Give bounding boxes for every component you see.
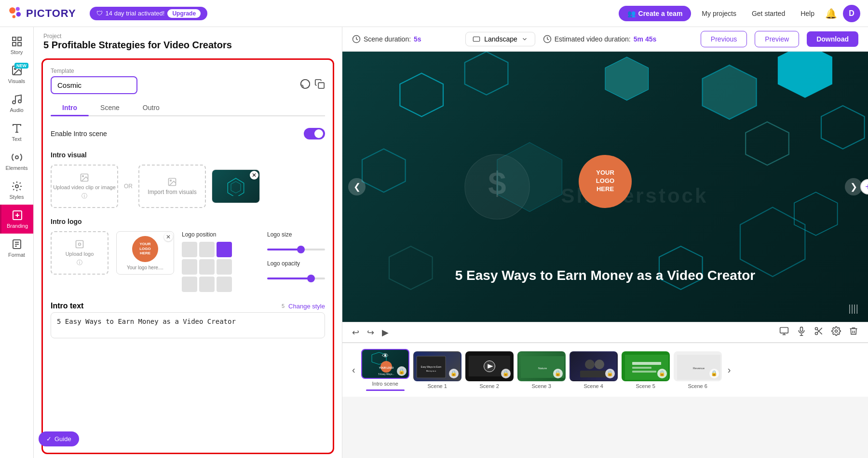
- intro-visual-row: Upload video clip or image ⓘ OR Import f…: [51, 165, 325, 208]
- play-button[interactable]: ▶: [382, 327, 389, 338]
- upgrade-button[interactable]: Upgrade: [167, 9, 201, 18]
- tab-outro[interactable]: Outro: [131, 100, 171, 115]
- orientation-label: Landscape: [484, 35, 517, 43]
- sidebar-item-story[interactable]: Story: [0, 31, 33, 60]
- logo-remove-button[interactable]: ✕: [164, 233, 173, 241]
- upload-visual-box[interactable]: Upload video clip or image ⓘ: [51, 165, 118, 208]
- next-scene-arrow[interactable]: ❯: [845, 178, 862, 195]
- logo-orange-circle: YOURLOGOHERE: [132, 236, 158, 262]
- pictory-logo-icon: [8, 6, 23, 21]
- redo-button[interactable]: ↪: [367, 327, 374, 338]
- sidebar-text-label: Text: [12, 136, 21, 142]
- left-panel: Project 5 Profitable Strategies for Vide…: [34, 27, 342, 458]
- scene-duration-label: Scene duration:: [364, 35, 411, 43]
- undo-button[interactable]: ↩: [352, 327, 359, 338]
- preview-button[interactable]: Preview: [755, 31, 799, 47]
- template-row: [51, 76, 325, 94]
- svg-rect-29: [76, 240, 83, 248]
- mic-icon-button[interactable]: [797, 326, 806, 338]
- sidebar-item-branding[interactable]: Branding: [0, 205, 33, 234]
- orientation-button[interactable]: Landscape: [465, 32, 535, 46]
- scene-item-intro[interactable]: 👁 YOUR LOGO 5 Easy Ways... 🔒 Intro scene: [361, 349, 409, 391]
- palette-icon-button[interactable]: [300, 79, 311, 92]
- or-separator: OR: [124, 183, 133, 190]
- my-projects-link[interactable]: My projects: [702, 10, 736, 17]
- landscape-icon: [473, 35, 480, 43]
- tab-scene[interactable]: Scene: [89, 100, 131, 115]
- notification-icon[interactable]: 🔔: [825, 8, 837, 19]
- logo-opacity-slider-container: [267, 271, 325, 283]
- svg-rect-49: [780, 328, 788, 333]
- scene-item-3[interactable]: Nature 🔒 Scene 3: [517, 351, 566, 389]
- svg-point-24: [82, 175, 84, 177]
- grid-cell-mr[interactable]: [217, 259, 232, 275]
- grid-cell-bl[interactable]: [182, 277, 197, 292]
- grid-cell-tc[interactable]: [199, 242, 215, 257]
- video-preview-container: $ Shutterstock YOURLOGOHERE 5 Easy Ways …: [342, 52, 868, 458]
- grid-cell-mc[interactable]: [199, 259, 215, 275]
- scissors-icon-button[interactable]: [814, 326, 824, 338]
- scene-thumb-6: Revenue 🔒: [674, 351, 722, 381]
- change-style-link[interactable]: Change style: [288, 303, 325, 310]
- get-started-link[interactable]: Get started: [752, 10, 785, 17]
- template-input[interactable]: [51, 76, 137, 94]
- sidebar-item-audio[interactable]: Audio: [0, 89, 33, 118]
- settings-icon-button[interactable]: [831, 326, 841, 338]
- svg-rect-75: [580, 371, 609, 377]
- prev-scene-arrow[interactable]: ❮: [348, 178, 366, 195]
- sidebar: Story NEW Visuals Audio: [0, 27, 34, 458]
- grid-cell-ml[interactable]: [182, 259, 197, 275]
- scene-strip-next[interactable]: ›: [726, 364, 733, 375]
- svg-point-11: [18, 100, 21, 103]
- logo-size-slider[interactable]: [267, 249, 325, 250]
- upload-logo-box[interactable]: Upload logo ⓘ: [51, 231, 108, 275]
- branding-icon: [12, 209, 23, 221]
- scene-item-5[interactable]: 🔒 Scene 5: [622, 351, 670, 389]
- grid-cell-br[interactable]: [217, 277, 232, 292]
- intro-text-input[interactable]: 5 Easy Ways to Earn Money as a Video Cre…: [51, 312, 325, 338]
- scene-strip-prev[interactable]: ‹: [350, 364, 357, 375]
- scene-overlay-icon-1: 🔒: [449, 369, 459, 378]
- intro-text-label: Intro text: [51, 302, 83, 310]
- scene-item-4[interactable]: 🔒 Scene 4: [570, 351, 618, 389]
- scene-item-2[interactable]: 🔒 Scene 2: [465, 351, 514, 389]
- text-icon: [11, 123, 23, 134]
- tab-intro[interactable]: Intro: [51, 100, 89, 115]
- sidebar-item-format[interactable]: Format: [0, 234, 33, 263]
- scene-item-1[interactable]: Easy Ways to Earn Money as a 🔒 Scene 1: [413, 351, 461, 389]
- sidebar-visuals-label: Visuals: [8, 78, 25, 84]
- enable-intro-toggle[interactable]: [304, 128, 325, 139]
- trash-icon-button[interactable]: [849, 326, 858, 338]
- grid-cell-tr[interactable]: [217, 242, 232, 257]
- copy-icon-button[interactable]: [314, 79, 325, 92]
- navbar: PICTORY 🛡 14 day trial activated! Upgrad…: [0, 0, 868, 27]
- import-visual-box[interactable]: Import from visuals: [138, 165, 206, 208]
- create-team-button[interactable]: 👥 Create a team: [619, 6, 692, 21]
- sidebar-item-styles[interactable]: Styles: [0, 176, 33, 205]
- screen-icon-button[interactable]: [779, 326, 789, 338]
- enable-intro-row: Enable Intro scene: [51, 124, 325, 143]
- enable-intro-label: Enable Intro scene: [51, 130, 107, 138]
- guide-button[interactable]: ✓ Guide: [39, 431, 79, 446]
- svg-text:$: $: [488, 165, 506, 201]
- user-avatar[interactable]: D: [843, 5, 860, 22]
- scene-overlay-icon-4: 🔒: [605, 369, 615, 378]
- sidebar-item-visuals[interactable]: NEW Visuals: [0, 60, 33, 89]
- sidebar-item-text[interactable]: Text: [0, 118, 33, 147]
- grid-cell-tl[interactable]: [182, 242, 197, 257]
- download-button[interactable]: Download: [807, 31, 858, 47]
- grid-cell-bc[interactable]: [199, 277, 215, 292]
- svg-point-1: [16, 7, 20, 11]
- format-icon: [11, 238, 23, 250]
- project-title: 5 Profitable Strategies for Video Creato…: [43, 40, 332, 51]
- help-link[interactable]: Help: [800, 10, 814, 17]
- previous-button[interactable]: Previous: [701, 31, 747, 47]
- sidebar-item-elements[interactable]: Elements: [0, 147, 33, 176]
- scene-thumb-intro: 👁 YOUR LOGO 5 Easy Ways... 🔒: [361, 349, 409, 379]
- svg-text:Easy Ways to Earn: Easy Ways to Earn: [421, 365, 442, 368]
- scene-item-6[interactable]: Revenue 🔒 Scene 6: [674, 351, 722, 389]
- logo-opacity-slider[interactable]: [267, 278, 325, 279]
- visual-remove-button[interactable]: ✕: [250, 171, 258, 180]
- logo-circle-preview: YOURLOGOHERE: [579, 155, 632, 208]
- template-icons: [300, 79, 325, 92]
